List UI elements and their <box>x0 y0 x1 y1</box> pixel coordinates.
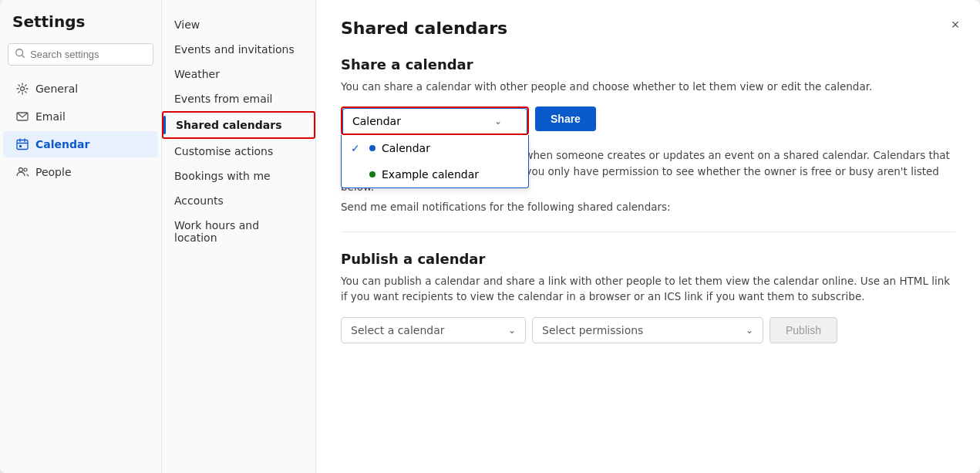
select-calendar-dropdown[interactable]: Select a calendar ⌄ <box>341 317 526 343</box>
nav-panel: View Events and invitations Weather Even… <box>162 0 316 473</box>
dropdown-chevron-icon: ⌄ <box>494 116 502 127</box>
nav-item-events-from-email-label: Events from email <box>174 93 273 105</box>
mail-icon <box>15 110 29 123</box>
svg-rect-8 <box>19 145 22 147</box>
svg-point-9 <box>19 168 23 172</box>
nav-item-shared-calendars[interactable]: Shared calendars <box>162 111 315 139</box>
nav-item-customise-actions[interactable]: Customise actions <box>162 139 315 164</box>
sidebar-item-people[interactable]: People <box>3 159 158 185</box>
sidebar-nav: General Email <box>0 75 161 186</box>
sidebar-item-email-label: Email <box>35 110 66 123</box>
publish-section-heading: Publish a calendar <box>341 251 955 267</box>
nav-item-bookings-with-me[interactable]: Bookings with me <box>162 164 315 188</box>
select-calendar-placeholder: Select a calendar <box>351 324 445 336</box>
nav-item-accounts-label: Accounts <box>174 194 224 207</box>
sidebar-item-general[interactable]: General <box>3 76 158 102</box>
nav-item-work-hours-location-label: Work hours and location <box>174 219 303 244</box>
publish-row: Select a calendar ⌄ Select permissions ⌄… <box>341 317 955 343</box>
sidebar: Settings General <box>0 0 162 473</box>
main-content: × Shared calendars Share a calendar You … <box>316 0 980 473</box>
nav-item-bookings-with-me-label: Bookings with me <box>174 170 271 182</box>
dropdown-item-calendar-label: Calendar <box>382 142 430 154</box>
share-section-description: You can share a calendar with other peop… <box>341 79 955 94</box>
publish-button[interactable]: Publish <box>770 317 837 343</box>
search-icon <box>15 48 25 61</box>
share-button[interactable]: Share <box>535 106 596 131</box>
sidebar-item-email[interactable]: Email <box>3 103 158 130</box>
calendar-dot <box>369 145 375 151</box>
dropdown-item-example-label: Example calendar <box>382 168 479 181</box>
select-permissions-dropdown[interactable]: Select permissions ⌄ <box>532 317 763 343</box>
gear-icon <box>15 82 29 96</box>
people-icon <box>15 165 29 179</box>
calendar-dropdown[interactable]: Calendar ⌄ <box>342 108 527 133</box>
nav-item-weather-label: Weather <box>174 68 220 80</box>
check-empty: ✓ <box>351 168 363 181</box>
close-button[interactable]: × <box>943 12 968 37</box>
calendar-dropdown-menu: ✓ Calendar ✓ Example calendar <box>341 135 529 188</box>
share-section-heading: Share a calendar <box>341 56 955 73</box>
select-permissions-chevron-icon: ⌄ <box>746 325 753 336</box>
section-divider <box>341 231 955 232</box>
sidebar-item-calendar[interactable]: Calendar <box>3 131 158 157</box>
nav-item-view[interactable]: View <box>162 12 315 37</box>
sidebar-item-general-label: General <box>35 83 78 95</box>
nav-item-shared-calendars-label: Shared calendars <box>176 119 282 131</box>
dropdown-item-example[interactable]: ✓ Example calendar <box>342 161 528 188</box>
sidebar-item-calendar-label: Calendar <box>35 138 89 150</box>
svg-line-1 <box>22 55 24 57</box>
nav-item-customise-actions-label: Customise actions <box>174 145 273 157</box>
calendar-dropdown-selected: Calendar <box>352 115 401 127</box>
example-calendar-dot <box>369 171 375 177</box>
share-row: Calendar ⌄ ✓ Calendar ✓ <box>341 106 955 135</box>
page-title: Shared calendars <box>341 19 955 38</box>
check-icon: ✓ <box>351 142 363 154</box>
select-permissions-placeholder: Select permissions <box>542 324 643 336</box>
nav-item-events-from-email[interactable]: Events from email <box>162 86 315 111</box>
app-title: Settings <box>0 12 161 43</box>
share-section: Share a calendar You can share a calenda… <box>341 56 955 213</box>
svg-point-10 <box>24 168 27 171</box>
svg-rect-4 <box>17 140 28 150</box>
calendar-icon <box>15 137 29 151</box>
notification-sub: Send me email notifications for the foll… <box>341 201 955 213</box>
nav-item-work-hours-location[interactable]: Work hours and location <box>162 213 315 250</box>
calendar-select-container: Calendar ⌄ ✓ Calendar ✓ <box>341 106 529 135</box>
publish-section-description: You can publish a calendar and share a l… <box>341 273 955 305</box>
sidebar-item-people-label: People <box>35 166 72 178</box>
nav-item-events-invitations-label: Events and invitations <box>174 43 295 56</box>
calendar-select-outline: Calendar ⌄ ✓ Calendar ✓ <box>341 106 529 135</box>
settings-window: Settings General <box>0 0 980 473</box>
dropdown-item-calendar[interactable]: ✓ Calendar <box>342 135 528 161</box>
publish-section: Publish a calendar You can publish a cal… <box>341 251 955 343</box>
search-input[interactable] <box>30 49 146 60</box>
nav-item-events-invitations[interactable]: Events and invitations <box>162 37 315 62</box>
nav-item-view-label: View <box>174 19 200 31</box>
nav-item-accounts[interactable]: Accounts <box>162 188 315 213</box>
search-box[interactable] <box>8 43 153 66</box>
svg-point-2 <box>21 87 25 91</box>
nav-item-weather[interactable]: Weather <box>162 62 315 86</box>
select-calendar-chevron-icon: ⌄ <box>508 325 516 336</box>
